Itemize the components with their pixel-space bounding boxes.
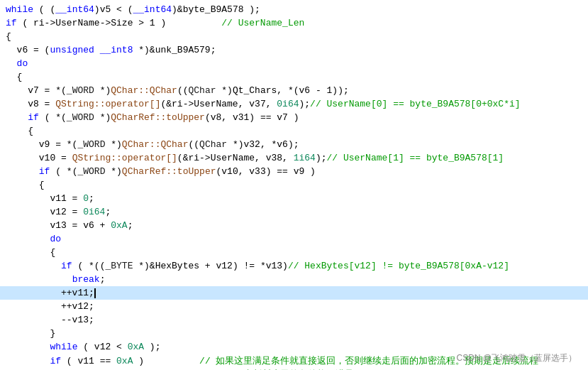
code-line-13: if ( *(_WORD *)QCharRef::toUpper(v10, v3…	[0, 165, 588, 178]
code-line-10: {	[0, 124, 588, 138]
code-line-21: break;	[0, 273, 588, 286]
code-line-15: v11 = 0;	[0, 192, 588, 205]
code-line-20: if ( *((_BYTE *)&HexBytes + v12) != *v13…	[0, 259, 588, 273]
kw-if-1: if	[6, 18, 17, 28]
code-line-25: }	[0, 327, 588, 340]
kw-if-4: if	[61, 261, 72, 271]
code-line-22: ++v11;	[0, 286, 588, 300]
type-int64-2: __int64	[133, 4, 172, 15]
code-line-16: v12 = 0i64;	[0, 205, 588, 219]
kw-if-3: if	[39, 166, 50, 177]
code-line-9: if ( *(_WORD *)QCharRef::toUpper(v8, v31…	[0, 111, 588, 124]
kw-while-2: while	[50, 342, 77, 352]
code-container: while ( (__int64)v5 < (__int64)&byte_B9A…	[0, 0, 588, 370]
code-line-11: v9 = *(_WORD *)QChar::QChar((QChar *)v32…	[0, 138, 588, 151]
code-line-12: v10 = QString::operator[](&ri->UserName,…	[0, 151, 588, 165]
kw-if-2: if	[28, 112, 39, 123]
code-line-2: if ( ri->UserName->Size > 1 ) // UserNam…	[0, 16, 588, 30]
code-line-17: v13 = v6 + 0xA;	[0, 219, 588, 232]
code-line-3: {	[0, 30, 588, 43]
code-line-5: do	[0, 57, 588, 70]
code-line-24: --v13;	[0, 313, 588, 327]
text-cursor	[94, 288, 96, 298]
code-line-14: {	[0, 178, 588, 192]
code-line-23: ++v12;	[0, 300, 588, 313]
kw-if-5: if	[50, 356, 61, 366]
type-int64-1: __int64	[55, 4, 94, 15]
kw-do-1: do	[17, 58, 28, 69]
code-line-1: while ( (__int64)v5 < (__int64)&byte_B9A…	[0, 3, 588, 16]
watermark: CSDN @飞鸿踏雪（蓝屏选手）	[456, 352, 577, 364]
code-line-7: v7 = *(_WORD *)QChar::QChar((QChar *)Qt_…	[0, 84, 588, 97]
code-line-8: v8 = QString::operator[](&ri->UserName, …	[0, 97, 588, 111]
code-line-6: {	[0, 70, 588, 84]
kw-break: break	[72, 274, 100, 285]
code-line-19: {	[0, 246, 588, 259]
code-line-18: do	[0, 232, 588, 246]
code-line-28: // 先判断这里的条件能否满足	[0, 367, 588, 370]
type-uint8: unsigned __int8	[50, 45, 133, 55]
kw-while-1: while	[6, 4, 33, 15]
kw-do-2: do	[50, 234, 61, 244]
code-line-4: v6 = (unsigned __int8 *)&unk_B9A579;	[0, 43, 588, 57]
